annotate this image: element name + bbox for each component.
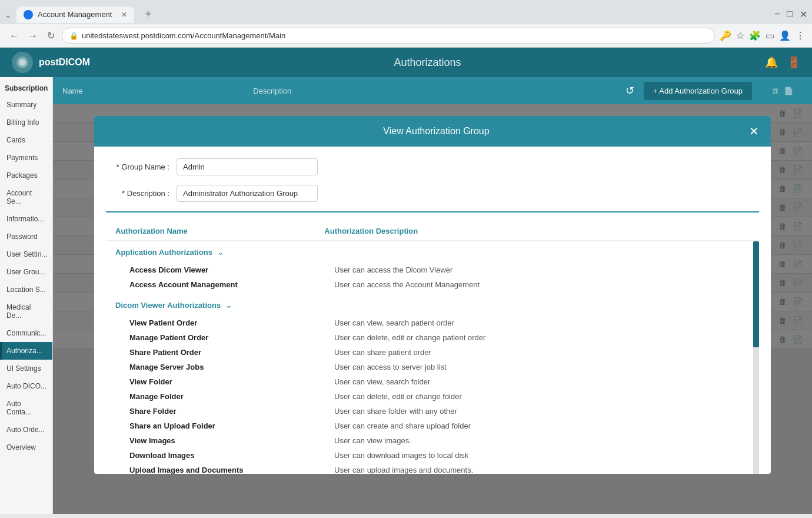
- auth-item-desc: User can access the Account Management: [334, 280, 744, 289]
- auth-item-desc: User can upload images and documents.: [334, 466, 744, 474]
- sidebar-item-auto-order[interactable]: Auto Orde...: [0, 421, 52, 439]
- app-auth-title: Application Authorizations: [115, 248, 212, 257]
- logout-icon[interactable]: 🚪: [787, 56, 800, 69]
- sidebar-item-cards[interactable]: Cards: [0, 131, 52, 149]
- view-authorization-group-modal: View Authorization Group ✕ * Group Name …: [94, 116, 771, 474]
- auth-item-desc: User can delete, edit or change patient …: [334, 333, 744, 342]
- app-title: Authorizations: [394, 57, 461, 69]
- bookmark-icon[interactable]: ☆: [736, 30, 744, 41]
- auth-item-name: Manage Folder: [129, 392, 334, 401]
- key-icon: 🔑: [720, 30, 731, 41]
- menu-icon[interactable]: ⋮: [796, 30, 805, 41]
- maximize-button[interactable]: □: [787, 9, 793, 20]
- auth-item: Download Images User can download images…: [106, 448, 753, 463]
- reload-button[interactable]: ↻: [45, 28, 57, 44]
- app-auth-chevron: ⌄: [217, 247, 224, 257]
- close-tab-button[interactable]: ✕: [121, 11, 127, 19]
- extensions-icon[interactable]: 🧩: [749, 30, 761, 41]
- content-body: 🗑 📄 🗑 📄 🗑 📄 🗑 📄: [53, 104, 812, 514]
- sidebar-item-auto-contact[interactable]: Auto Conta...: [0, 395, 52, 421]
- sidebar-item-ui[interactable]: UI Settings: [0, 360, 52, 377]
- auth-item-name: Manage Server Jobs: [129, 363, 334, 371]
- modal-overlay: View Authorization Group ✕ * Group Name …: [53, 104, 812, 514]
- auth-item: Manage Server Jobs User can access to se…: [106, 360, 753, 374]
- auth-item-desc: User can share folder with any other: [334, 407, 744, 416]
- modal-close-button[interactable]: ✕: [749, 124, 759, 138]
- dicom-auth-section: Dicom Viewer Authorizations ⌄ View Patie…: [106, 294, 753, 474]
- description-label: * Description :: [106, 189, 177, 198]
- auth-item-desc: User can delete, edit or change folder: [334, 392, 744, 401]
- new-tab-button[interactable]: +: [139, 5, 157, 24]
- auth-item-name: Access Account Management: [129, 280, 334, 289]
- auth-item: Manage Patient Order User can delete, ed…: [106, 330, 753, 345]
- profile-icon[interactable]: 👤: [779, 30, 791, 41]
- desc-column-header: Description: [253, 87, 616, 95]
- dicom-auth-items: View Patient Order User can view, search…: [106, 316, 753, 474]
- sidebar-item-overview[interactable]: Overview: [0, 439, 52, 456]
- auth-name-header: Authorization Name: [115, 227, 324, 235]
- content-header: Name Description ↺ + Add Authorization G…: [53, 77, 812, 104]
- group-name-row: * Group Name :: [106, 158, 759, 175]
- auth-item-desc: User can view images.: [334, 436, 744, 445]
- auth-item-name: View Images: [129, 436, 334, 445]
- minimize-button[interactable]: −: [774, 9, 780, 20]
- auth-item: Access Account Management User can acces…: [106, 277, 753, 292]
- dicom-auth-section-header[interactable]: Dicom Viewer Authorizations ⌄: [106, 294, 753, 316]
- col-header-trash: 🗑: [771, 87, 779, 95]
- auth-item: Share Folder User can share folder with …: [106, 404, 753, 419]
- lock-icon: 🔒: [69, 32, 78, 40]
- sidebar-item-user-groups[interactable]: User Grou...: [0, 263, 52, 281]
- sidebar-item-summary[interactable]: Summary: [0, 96, 52, 114]
- sidebar-item-auto-dicom[interactable]: Auto DICO...: [0, 377, 52, 395]
- group-name-input[interactable]: [177, 158, 318, 175]
- auth-item-name: View Patient Order: [129, 318, 334, 327]
- notification-icon[interactable]: 🔔: [765, 56, 778, 69]
- sidebar-item-password[interactable]: Password: [0, 228, 52, 245]
- url-text: unitedstateswest.postdicom.com/AccountMa…: [82, 31, 285, 40]
- app-auth-items: Access Dicom Viewer User can access the …: [106, 263, 753, 292]
- sidebar-item-location[interactable]: Location S...: [0, 281, 52, 298]
- auth-item: View Patient Order User can view, search…: [106, 316, 753, 330]
- address-bar[interactable]: 🔒 unitedstateswest.postdicom.com/Account…: [62, 28, 715, 44]
- sidebar-item-authorization[interactable]: Authoriza...: [0, 342, 52, 360]
- add-authorization-group-button[interactable]: + Add Authorization Group: [644, 82, 752, 100]
- back-button[interactable]: ←: [7, 28, 21, 44]
- sidebar-icon[interactable]: ▭: [766, 30, 774, 41]
- sidebar-item-billing[interactable]: Billing Info: [0, 114, 52, 131]
- app-header: postDICOM Authorizations 🔔 🚪: [0, 48, 812, 77]
- app-logo: postDICOM: [12, 52, 90, 73]
- browser-tab[interactable]: Account Management ✕: [16, 6, 134, 23]
- description-input[interactable]: [177, 185, 318, 202]
- sidebar-item-account[interactable]: Account Se...: [0, 184, 52, 210]
- app-auth-section-header[interactable]: Application Authorizations ⌄: [106, 241, 753, 263]
- auth-item-name: Download Images: [129, 451, 334, 460]
- auth-item: Upload Images and Documents User can upl…: [106, 463, 753, 474]
- sidebar-item-payments[interactable]: Payments: [0, 149, 52, 167]
- col-header-copy: 📄: [784, 87, 793, 95]
- sidebar-item-medical[interactable]: Medical De...: [0, 298, 52, 324]
- group-name-label: * Group Name :: [106, 162, 177, 171]
- auth-item-name: Manage Patient Order: [129, 333, 334, 342]
- sidebar-item-packages[interactable]: Packages: [0, 167, 52, 184]
- auth-item-desc: User can view, search folder: [334, 377, 744, 386]
- sidebar-item-communicator[interactable]: Communic...: [0, 324, 52, 342]
- auth-item-name: Share Patient Order: [129, 348, 334, 357]
- close-button[interactable]: ✕: [800, 9, 807, 20]
- auth-item-name: View Folder: [129, 377, 334, 386]
- logo-icon: [12, 52, 33, 73]
- auth-item: Share an Upload Folder User can create a…: [106, 419, 753, 433]
- auth-item-name: Upload Images and Documents: [129, 466, 334, 474]
- auth-item: Share Patient Order User can share patie…: [106, 345, 753, 360]
- sidebar-section-title: Subscription: [0, 77, 52, 96]
- forward-button[interactable]: →: [26, 28, 40, 44]
- auth-item-name: Share Folder: [129, 407, 334, 416]
- sidebar-item-user-settings[interactable]: User Settin...: [0, 245, 52, 263]
- sidebar-item-info[interactable]: Informatio...: [0, 210, 52, 228]
- description-row: * Description :: [106, 185, 759, 202]
- auth-table-header: Authorization Name Authorization Descrip…: [106, 222, 759, 241]
- modal-header: View Authorization Group ✕: [94, 116, 771, 147]
- refresh-button[interactable]: ↺: [625, 84, 634, 97]
- auth-item-desc: User can access to server job list: [334, 363, 744, 371]
- auth-item-desc: User can create and share upload folder: [334, 421, 744, 430]
- name-column-header: Name: [62, 87, 244, 95]
